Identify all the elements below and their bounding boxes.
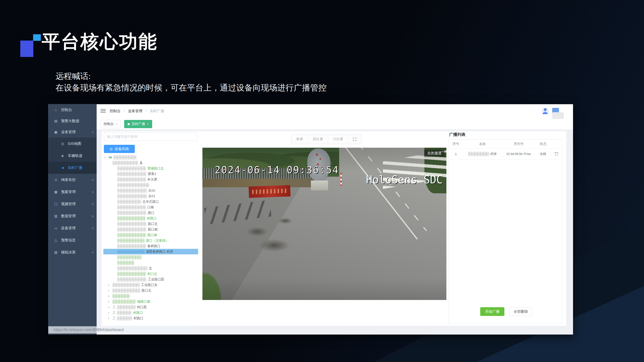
tree-node[interactable]: ▸ [104,293,198,299]
chevron-down-icon: ∨ [91,227,94,230]
car-icon: ◈ [60,154,65,158]
redacted-label [118,205,146,209]
breadcrumb-console[interactable]: 控制台 [110,109,120,113]
delete-all-button[interactable]: 全部删除 [509,307,532,316]
tree-node[interactable]: ▸村路口 [104,310,198,316]
tree-node[interactable]: 道西板桥路口-对讲 [104,249,198,254]
tree-node[interactable]: 路口（北集线） [104,238,198,243]
redacted-label [117,311,132,315]
chevron-down-icon: ∨ [91,215,94,218]
device-list-button[interactable]: ◎ 设备列表 [104,145,135,153]
video-timestamp: 2024-06-14 09:36:54 [215,164,339,175]
bigdata-icon: ▤ [54,119,58,123]
device-tree: ▾88县里铺路口北屏幕2本大屏兵02兵01北辛庄路口口南路口村路口路口北路口南路… [104,154,198,322]
tree-node[interactable]: 北辛庄路口 [104,199,198,204]
redacted-label [114,155,136,160]
sidebar-item-label: 预案管理 [61,190,76,194]
tree-node[interactable] [104,260,198,266]
start-broadcast-button[interactable]: 开始广播 [480,307,504,316]
breadcrumb-business[interactable]: 业务管理 [128,109,142,113]
sidebar-item-gis-map[interactable]: ◎GIS地图 [48,138,96,150]
sidebar-item-video-mgmt[interactable]: ▢视频管理∨ [48,198,96,210]
user-avatar-icon[interactable] [542,107,549,115]
screen-mode-3[interactable]: 六分屏 [328,135,348,144]
close-icon[interactable]: × [147,122,149,126]
redacted-label [118,177,146,182]
tree-node-label: 北辛庄路口 [142,200,159,204]
screen-mode-2[interactable]: 四分屏 [308,135,328,144]
tree-node-label: 道西板桥路口-对讲 [146,250,173,254]
tree-node[interactable]: 屏幕2 [104,171,198,177]
chevron-right-icon: ▸ [108,311,111,314]
tree-node[interactable]: 里铺路口北 [104,166,198,171]
sidebar-item-patrol-control[interactable]: ⊙缉查布控∨ [48,174,96,186]
tree-node[interactable] [104,254,198,260]
col-name: 名称 [463,142,502,146]
tree-node[interactable]: 村口北 [104,271,198,277]
sidebar-item-plan-mgmt[interactable]: ▦预案管理∨ [48,186,96,198]
redacted-label [118,188,147,193]
redacted-label [118,238,144,243]
fullscreen-icon [353,138,356,141]
sidebar-item-business-mgmt[interactable]: ▣业务管理∧ [48,126,96,138]
tree-node[interactable]: 路口 [104,210,198,216]
sidebar-item-device-mgmt[interactable]: ▭设备管理∨ [48,222,96,234]
tree-node[interactable]: 路口南 [104,227,198,232]
tree-node-label: 兵02 [148,188,155,193]
tree-node[interactable]: 本大屏 [104,177,198,182]
tree-node[interactable]: ▸铺路口南 [104,299,198,304]
alert-icon: △ [54,238,58,242]
row-name: -对讲 [463,152,502,156]
camera-icon: ◎ [110,147,112,151]
tree-node[interactable]: ▸村路口 [104,316,198,321]
tree-node[interactable]: 路口南 [104,232,198,238]
tree-node[interactable]: 口南 [104,204,198,210]
tab-console[interactable]: 控制台 × [100,120,121,128]
tree-node-label: 工业路口西 [148,277,164,282]
tree-node[interactable] [104,182,198,188]
broadcast-actions: 开始广播 全部删除 [480,307,532,316]
tree-node-label: 兵01 [148,194,155,198]
sidebar-item-live-broadcast[interactable]: ◄实时广播 [48,162,96,174]
tree-node[interactable]: 路口北 [104,221,198,227]
tree-node[interactable]: ▾88 [104,154,198,160]
tree-node[interactable]: 工业路口西 [104,277,198,282]
sidebar-item-alert-info[interactable]: △预警信息 [48,234,96,246]
chevron-right-icon: ▸ [108,306,111,309]
breadcrumb-separator: / [146,109,147,113]
sidebar-item-data-mgmt[interactable]: ▥数据管理∨ [48,210,96,222]
tree-node-label: 村路口 [147,216,157,221]
screen-mode-1[interactable]: 单屏 [291,135,308,144]
redacted-label [118,227,146,232]
tree-node[interactable]: 板桥路口 [104,243,198,249]
sidebar-submenu: ◎GIS地图◈车辆轨迹◄实时广播 [48,138,96,174]
fullscreen-button[interactable] [348,135,361,144]
tree-node[interactable]: ▸村口西 [104,304,198,310]
tree-node[interactable]: ▸工业路口东 [104,282,198,288]
device-list-label: 设备列表 [115,147,129,151]
redacted-label [118,183,149,187]
sidebar-item-alert-bigdata[interactable]: ▤预警大数据 [48,115,96,126]
tree-node[interactable]: 县 [104,160,198,166]
collapse-menu-icon[interactable] [100,109,106,113]
tree-node[interactable]: 北 [104,266,198,271]
tree-node[interactable]: 兵02 [104,188,198,193]
sidebar-item-label: 视频管理 [61,202,76,206]
sidebar-item-label: 预警信息 [61,238,76,243]
chevron-down-icon: ∨ [91,178,94,181]
tree-node[interactable]: 兵01 [104,193,198,199]
close-icon[interactable]: × [116,122,118,126]
tree-node[interactable]: ▸路口北 [104,288,198,293]
close-channel-button[interactable]: 关闭通道 [424,150,444,157]
delete-row-icon[interactable] [555,152,558,156]
sidebar-item-label: GIS地图 [68,141,82,146]
tab-live-broadcast[interactable]: 实时广播 × [124,120,152,128]
search-input[interactable] [104,132,197,141]
tree-node[interactable]: 村路口 [104,216,198,221]
sidebar-item-decision-support[interactable]: ▧辅助决策∨ [48,246,96,258]
table-row: 1 -对讲 02:4d:06:9e:70:ba 在线 [449,149,562,160]
redacted-label [118,255,142,259]
sidebar-item-vehicle-track[interactable]: ◈车辆轨迹 [48,150,96,162]
redacted-label [112,161,138,165]
sidebar-item-console[interactable]: ⌂控制台 [48,104,96,115]
